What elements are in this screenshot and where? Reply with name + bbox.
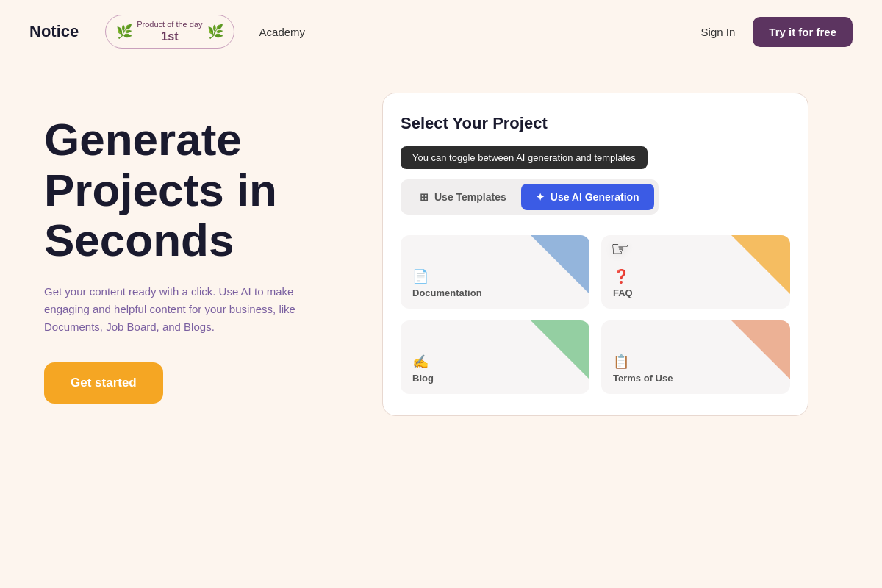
card-decoration-blue — [531, 235, 589, 294]
card-decoration-green — [531, 320, 589, 379]
project-card-blog[interactable]: ✍️ Blog — [401, 320, 589, 394]
badge-day-label: Product of the day — [137, 20, 202, 29]
use-templates-button[interactable]: ⊞ Use Templates — [405, 184, 521, 210]
hero-right: Select Your Project You can toggle betwe… — [382, 93, 838, 416]
templates-icon: ⊞ — [420, 191, 429, 203]
hero-left: Generate Projects in Seconds Get your co… — [44, 93, 353, 404]
product-badge: 🌿 Product of the day 1st 🌿 — [105, 15, 234, 49]
hero-title: Generate Projects in Seconds — [44, 115, 353, 265]
hero-section: Generate Projects in Seconds Get your co… — [0, 63, 882, 416]
use-ai-button[interactable]: ✦ Use AI Generation — [521, 184, 654, 210]
navbar: Notice 🌿 Product of the day 1st 🌿 Academ… — [0, 0, 882, 63]
laurel-right-icon: 🌿 — [207, 24, 223, 40]
card-decoration-salmon — [731, 320, 790, 379]
laurel-left-icon: 🌿 — [116, 24, 132, 40]
academy-link[interactable]: Academy — [259, 26, 306, 38]
project-grid: 📄 Documentation ❓ FAQ ✍️ Blog 📋 Terms — [401, 235, 790, 394]
try-button[interactable]: Try it for free — [753, 17, 853, 47]
cursor-icon: ☞ — [611, 237, 629, 261]
project-card-faq[interactable]: ❓ FAQ — [601, 235, 790, 309]
badge-rank: 1st — [161, 29, 178, 43]
demo-select-title: Select Your Project — [401, 114, 790, 133]
toggle-row: ⊞ Use Templates ✦ Use AI Generation — [401, 179, 659, 215]
get-started-button[interactable]: Get started — [44, 362, 163, 404]
signin-button[interactable]: Sign In — [701, 26, 736, 38]
demo-panel: Select Your Project You can toggle betwe… — [382, 93, 808, 416]
select-prefix-icon: S — [401, 114, 412, 132]
hero-subtitle: Get your content ready with a click. Use… — [44, 283, 323, 336]
ai-icon: ✦ — [536, 191, 545, 203]
demo-tooltip: You can toggle between AI generation and… — [401, 146, 648, 169]
card-decoration-orange — [731, 235, 790, 294]
project-card-terms[interactable]: 📋 Terms of Use — [601, 320, 790, 394]
project-card-documentation[interactable]: 📄 Documentation — [401, 235, 589, 309]
logo: Notice — [29, 22, 79, 41]
